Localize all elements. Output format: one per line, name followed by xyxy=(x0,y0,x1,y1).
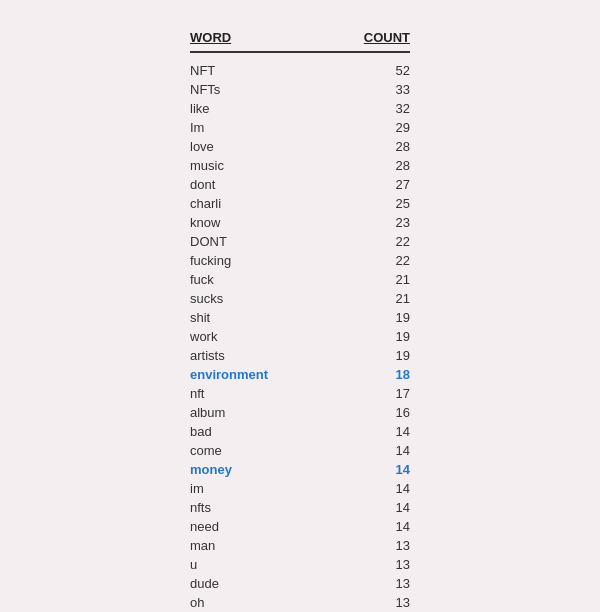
word-cell: fucking xyxy=(190,253,290,268)
table-row: man13 xyxy=(190,536,410,555)
word-cell: shit xyxy=(190,310,290,325)
table-row: artists19 xyxy=(190,346,410,365)
table-row: nft17 xyxy=(190,384,410,403)
word-cell: love xyxy=(190,139,290,154)
table-row: NFT52 xyxy=(190,61,410,80)
word-cell: u xyxy=(190,557,290,572)
count-cell: 13 xyxy=(360,538,410,553)
count-cell: 52 xyxy=(360,63,410,78)
count-cell: 14 xyxy=(360,481,410,496)
table-row: dude13 xyxy=(190,574,410,593)
table-row: bad14 xyxy=(190,422,410,441)
count-cell: 14 xyxy=(360,500,410,515)
count-cell: 18 xyxy=(360,367,410,382)
count-cell: 22 xyxy=(360,234,410,249)
count-cell: 27 xyxy=(360,177,410,192)
word-cell: nft xyxy=(190,386,290,401)
count-cell: 21 xyxy=(360,272,410,287)
count-cell: 21 xyxy=(360,291,410,306)
table-row: u13 xyxy=(190,555,410,574)
word-cell: nfts xyxy=(190,500,290,515)
table-row: album16 xyxy=(190,403,410,422)
word-cell: dont xyxy=(190,177,290,192)
count-cell: 19 xyxy=(360,310,410,325)
table-row: need14 xyxy=(190,517,410,536)
count-cell: 17 xyxy=(360,386,410,401)
table-row: sucks21 xyxy=(190,289,410,308)
count-cell: 19 xyxy=(360,348,410,363)
word-cell: NFT xyxy=(190,63,290,78)
count-cell: 13 xyxy=(360,576,410,591)
count-column-header: COUNT xyxy=(360,30,410,45)
table-row: im14 xyxy=(190,479,410,498)
word-cell: fuck xyxy=(190,272,290,287)
table-body: NFT52NFTs33like32Im29love28music28dont27… xyxy=(190,61,410,612)
count-cell: 19 xyxy=(360,329,410,344)
table-header: WORD COUNT xyxy=(190,30,410,53)
word-cell: dude xyxy=(190,576,290,591)
count-cell: 13 xyxy=(360,557,410,572)
table-row: like32 xyxy=(190,99,410,118)
table-row: love28 xyxy=(190,137,410,156)
table-row: nfts14 xyxy=(190,498,410,517)
table-row: work19 xyxy=(190,327,410,346)
count-cell: 33 xyxy=(360,82,410,97)
word-cell: money xyxy=(190,462,290,477)
count-cell: 16 xyxy=(360,405,410,420)
count-cell: 28 xyxy=(360,158,410,173)
word-cell: bad xyxy=(190,424,290,439)
table-row: shit19 xyxy=(190,308,410,327)
count-cell: 14 xyxy=(360,424,410,439)
word-cell: oh xyxy=(190,595,290,610)
count-cell: 29 xyxy=(360,120,410,135)
count-cell: 23 xyxy=(360,215,410,230)
word-cell: need xyxy=(190,519,290,534)
table-row: oh13 xyxy=(190,593,410,612)
table-row: Im29 xyxy=(190,118,410,137)
table-row: come14 xyxy=(190,441,410,460)
word-column-header: WORD xyxy=(190,30,290,45)
table-row: dont27 xyxy=(190,175,410,194)
count-cell: 28 xyxy=(360,139,410,154)
word-cell: artists xyxy=(190,348,290,363)
word-cell: DONT xyxy=(190,234,290,249)
table-row: fucking22 xyxy=(190,251,410,270)
count-cell: 22 xyxy=(360,253,410,268)
count-cell: 14 xyxy=(360,519,410,534)
table-row: fuck21 xyxy=(190,270,410,289)
word-cell: know xyxy=(190,215,290,230)
table-row: music28 xyxy=(190,156,410,175)
word-cell: environment xyxy=(190,367,290,382)
word-cell: man xyxy=(190,538,290,553)
count-cell: 32 xyxy=(360,101,410,116)
count-cell: 14 xyxy=(360,462,410,477)
table-row: environment18 xyxy=(190,365,410,384)
table-row: DONT22 xyxy=(190,232,410,251)
word-cell: NFTs xyxy=(190,82,290,97)
word-cell: like xyxy=(190,101,290,116)
word-cell: come xyxy=(190,443,290,458)
word-cell: album xyxy=(190,405,290,420)
word-cell: music xyxy=(190,158,290,173)
word-cell: im xyxy=(190,481,290,496)
table-row: NFTs33 xyxy=(190,80,410,99)
count-cell: 13 xyxy=(360,595,410,610)
count-cell: 14 xyxy=(360,443,410,458)
table-row: know23 xyxy=(190,213,410,232)
word-count-table: WORD COUNT NFT52NFTs33like32Im29love28mu… xyxy=(190,30,410,612)
word-cell: charli xyxy=(190,196,290,211)
word-cell: Im xyxy=(190,120,290,135)
table-row: charli25 xyxy=(190,194,410,213)
word-cell: sucks xyxy=(190,291,290,306)
word-cell: work xyxy=(190,329,290,344)
count-cell: 25 xyxy=(360,196,410,211)
table-row: money14 xyxy=(190,460,410,479)
